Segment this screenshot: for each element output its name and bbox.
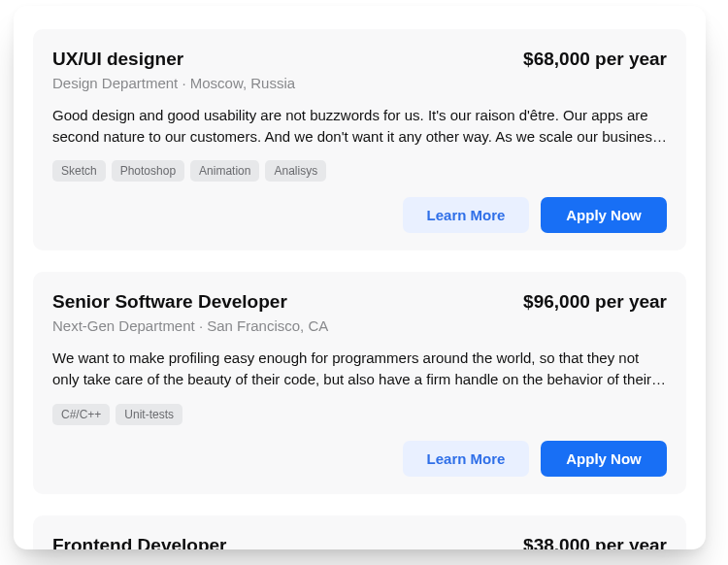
job-actions: Learn MoreApply Now: [52, 197, 667, 233]
job-salary: $96,000 per year: [512, 291, 667, 313]
job-tag: Analisys: [265, 160, 326, 182]
learn-more-button[interactable]: Learn More: [403, 197, 529, 233]
job-tag: Animation: [190, 160, 259, 182]
job-title: Frontend Developer: [52, 535, 226, 549]
job-tag: Unit-tests: [116, 404, 182, 425]
job-title: Senior Software Developer: [52, 291, 287, 314]
job-card-header: Senior Software Developer$96,000 per yea…: [52, 291, 667, 314]
job-card: Senior Software Developer$96,000 per yea…: [33, 272, 686, 493]
job-title: UX/UI designer: [52, 49, 183, 71]
job-actions: Learn MoreApply Now: [52, 441, 667, 477]
job-meta: Next-Gen Department · San Francisco, CA: [52, 317, 667, 334]
job-tag: Photoshop: [112, 160, 184, 182]
job-card-header: UX/UI designer$68,000 per year: [52, 49, 667, 71]
job-meta: Design Department · Moscow, Russia: [52, 75, 667, 91]
job-salary: $38,000 per year: [512, 535, 667, 549]
job-salary: $68,000 per year: [512, 49, 667, 70]
job-description: We want to make profiling easy enough fo…: [52, 348, 667, 390]
job-tag: C#/C++: [52, 404, 110, 425]
job-tag: Sketch: [52, 160, 106, 182]
job-tags: SketchPhotoshopAnimationAnalisys: [52, 160, 667, 182]
apply-now-button[interactable]: Apply Now: [541, 441, 667, 477]
job-description: Good design and good usability are not b…: [52, 105, 667, 148]
job-list-panel: UX/UI designer$68,000 per yearDesign Dep…: [14, 6, 706, 549]
job-card: UX/UI designer$68,000 per yearDesign Dep…: [33, 29, 686, 250]
job-card-header: Frontend Developer$38,000 per year: [52, 535, 667, 549]
job-card: Frontend Developer$38,000 per yearDepart…: [33, 515, 686, 549]
apply-now-button[interactable]: Apply Now: [541, 197, 667, 233]
job-tags: C#/C++Unit-tests: [52, 404, 667, 425]
learn-more-button[interactable]: Learn More: [403, 441, 529, 477]
